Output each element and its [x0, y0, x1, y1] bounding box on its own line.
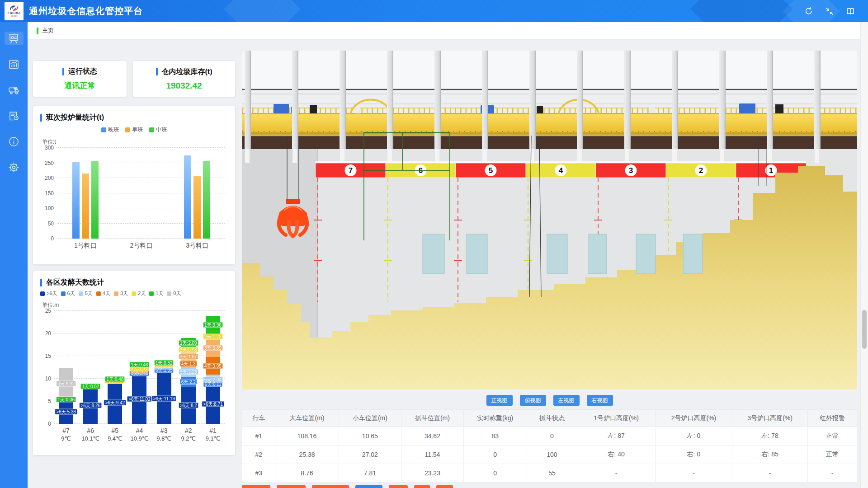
y-tick-label: 100: [40, 205, 54, 211]
bottom-action-button[interactable]: [355, 485, 382, 488]
bar-group-1号料口: [57, 148, 113, 239]
table-header: 小车位置(m): [339, 410, 401, 427]
segment->6天: >6天:8.2: [181, 387, 196, 424]
legend-item-4天[interactable]: 4天: [96, 290, 110, 297]
table-cell: 0: [463, 464, 527, 483]
sidebar-item-vehicle[interactable]: [5, 83, 24, 97]
bottom-action-button[interactable]: [277, 485, 306, 488]
dashboard-icon: [8, 33, 20, 45]
legend-item-5天[interactable]: 5天: [79, 290, 93, 297]
running-status-value: 通讯正常: [65, 80, 95, 91]
x-label: 3号料口: [169, 242, 225, 250]
legend-chip: [101, 127, 106, 132]
zone-number: 1: [769, 166, 773, 175]
legend-item-早班[interactable]: 早班: [125, 126, 143, 134]
fermentation-chart-card: 各区发酵天数统计 >6天6天5天4天3天2天1天0天 单位:m 05101520…: [33, 271, 235, 455]
legend-chip: [132, 291, 136, 296]
legend-item-2天[interactable]: 2天: [132, 290, 146, 297]
shift-chart-plot: 050100150200250300: [57, 148, 225, 239]
legend-label: 1天: [156, 290, 163, 297]
logo-subtext: —富尔利—: [9, 14, 19, 17]
x-label: #79℃: [54, 427, 78, 442]
legend-item-6天[interactable]: 6天: [61, 290, 75, 297]
segment-2天: 2天:0.98: [181, 347, 196, 352]
table-cell: -: [577, 464, 656, 483]
segment-label: >6天:5.38: [55, 409, 77, 415]
legend-chip: [167, 291, 171, 296]
bottom-action-button[interactable]: [312, 485, 349, 488]
y-tick-label: 10: [40, 375, 51, 382]
legend-chip: [61, 291, 66, 296]
front-view-button[interactable]: 正视图: [486, 395, 513, 406]
legend-chip: [125, 127, 130, 132]
refresh-icon[interactable]: [804, 6, 814, 16]
segment-label: >6天:11.19: [151, 396, 176, 402]
sidebar-item-report[interactable]: [5, 109, 24, 122]
info-icon: [8, 136, 20, 148]
segment->6天: >6天:9.42: [108, 381, 122, 424]
right-view-button[interactable]: 右视图: [587, 395, 613, 406]
page-title: 通州垃圾仓信息化管控平台: [29, 0, 143, 22]
y-tick-label: 200: [40, 175, 54, 181]
segment->6天: >6天:8.71: [206, 385, 220, 424]
segment-1天: 1天:0.46: [132, 364, 146, 366]
segment-1天: 1天:0.06: [59, 399, 73, 400]
bottom-action-button[interactable]: [414, 485, 430, 488]
segment-label: 5天:2.23: [179, 369, 198, 375]
segment-label: 3天:1.97: [179, 353, 198, 359]
manual-icon[interactable]: [845, 6, 855, 16]
table-cell: #2: [242, 446, 275, 464]
stacked-bar: >6天:11.026天:0.453天:0.32天:1.111天:0.46: [132, 311, 146, 424]
bottom-action-button[interactable]: [242, 485, 270, 488]
legend-item-3天[interactable]: 3天: [114, 290, 128, 297]
stack-group-#1: >6天:8.716天:0.115天:2.044天:3.953天:3.892天:1…: [201, 311, 225, 424]
table-cell: #3: [242, 464, 275, 483]
title-marker: [40, 114, 42, 122]
sidebar-item-settings[interactable]: [5, 160, 24, 174]
legend-item->6天[interactable]: >6天: [40, 290, 57, 297]
legend-label: 5天: [85, 290, 93, 297]
y-tick-label: 15: [40, 353, 51, 359]
legend-chip: [149, 127, 154, 132]
shift-chart-xlabels: 1号料口2号料口3号料口: [57, 242, 225, 250]
stack-groups: >6天:5.381天:0.060天:6.92>6天:8.261天:0.02>6天…: [54, 311, 225, 424]
legend-label: 2天: [138, 290, 146, 297]
scrollbar-thumb[interactable]: [862, 310, 867, 349]
legend-item-1天[interactable]: 1天: [149, 290, 163, 297]
segment-label: 1天:3.96: [203, 322, 223, 328]
app-header: FUERLI —富尔利— 通州垃圾仓信息化管控平台: [0, 0, 868, 22]
table-cell: 108.16: [275, 427, 339, 446]
bar-group-3号料口: [169, 148, 225, 239]
sidebar-item-info[interactable]: [5, 135, 24, 148]
segment-label: 1天:2.09: [179, 340, 198, 346]
table-header: 红外报警: [808, 410, 857, 427]
table-cell: 0: [463, 446, 527, 464]
table-cell: 0: [527, 427, 577, 446]
table-header: 3号炉口高度(%): [732, 410, 807, 427]
statistics-icon: [8, 58, 20, 70]
segment-4天: 4天:1.3: [181, 361, 196, 367]
segment-3天: 3天:3.89: [206, 339, 220, 357]
legend-item-中班[interactable]: 中班: [149, 126, 167, 134]
zone-number: 3: [629, 166, 633, 175]
bottom-action-button[interactable]: [389, 485, 408, 488]
top-view-button[interactable]: 俯视图: [520, 395, 546, 406]
warehouse-3d-view[interactable]: 7654321: [242, 51, 857, 389]
stack-group-#3: >6天:11.196天:1.355天:0.382天:0.331天:0.52: [152, 311, 176, 424]
fullscreen-exit-icon[interactable]: [825, 6, 835, 16]
x-label: #59.4℃: [103, 427, 127, 442]
left-view-button[interactable]: 左视图: [553, 395, 580, 406]
sidebar-item-statistics[interactable]: [5, 57, 24, 71]
breadcrumb-home[interactable]: 主页: [42, 27, 54, 35]
legend-label: 3天: [120, 290, 128, 297]
bar-中班: [203, 161, 210, 239]
segment-label: 1天:0.46: [130, 361, 150, 367]
bar-早班: [82, 174, 89, 239]
legend-item-晚班[interactable]: 晚班: [101, 126, 119, 134]
stacked-bar: >6天:11.196天:1.355天:0.382天:0.331天:0.52: [157, 311, 171, 424]
bottom-action-button[interactable]: [436, 485, 453, 488]
bar-中班: [91, 161, 99, 239]
legend-item-0天[interactable]: 0天: [167, 290, 181, 297]
sidebar-item-dashboard[interactable]: [5, 32, 24, 45]
title-marker: [40, 279, 42, 286]
